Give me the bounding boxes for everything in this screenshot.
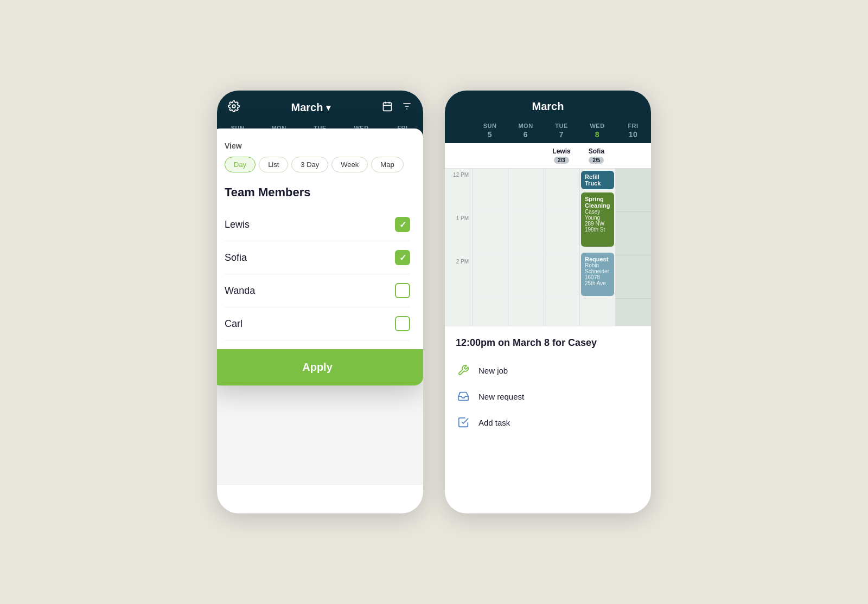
right-header: March [445, 91, 651, 120]
apply-button[interactable]: Apply [217, 349, 423, 385]
member-lewis[interactable]: Lewis ✓ [225, 208, 410, 241]
new-job-label: New job [478, 366, 508, 375]
r-day-fri[interactable]: FRI10 [615, 123, 651, 139]
svg-rect-1 [384, 102, 392, 111]
action-section: 12:00pm on March 8 for Casey New job New… [445, 326, 651, 448]
r-col-fri [615, 169, 651, 326]
r-col-sun [472, 169, 508, 326]
calendar-icon[interactable] [382, 101, 393, 114]
sofia-checkbox[interactable]: ✓ [395, 250, 410, 265]
tab-week[interactable]: Week [331, 157, 368, 172]
r-col-mon [508, 169, 544, 326]
r-col-tue [544, 169, 579, 326]
main-scene: March ▾ [217, 91, 651, 513]
task-icon [456, 415, 471, 430]
right-week-row: SUN5 MON6 TUE7 WED8 FRI10 [445, 120, 651, 143]
header-actions [382, 101, 412, 114]
left-header: March ▾ [217, 91, 423, 123]
filter-modal: View Day List 3 Day Week Map Team Member… [217, 128, 423, 385]
new-request-label: New request [478, 392, 524, 401]
member-carl[interactable]: Carl [225, 307, 410, 340]
tab-list[interactable]: List [259, 157, 288, 172]
wanda-checkbox[interactable] [395, 283, 410, 298]
settings-icon[interactable] [228, 100, 240, 115]
wrench-icon [456, 363, 471, 378]
team-members-title: Team Members [225, 185, 410, 200]
r-team-sofia[interactable]: Sofia 2/5 [579, 147, 614, 164]
carl-checkbox[interactable] [395, 316, 410, 331]
r-col-wed: Refill Truck Spring Cleaning Casey Young… [579, 169, 615, 326]
new-request-item[interactable]: New request [456, 383, 640, 409]
r-event-request[interactable]: Request Robin Schneider 16078 25th Ave [581, 253, 614, 296]
add-task-item[interactable]: Add task [456, 409, 640, 435]
r-team-lewis[interactable]: Lewis 2/3 [544, 147, 579, 164]
right-team-row: Lewis 2/3 Sofia 2/5 [445, 143, 651, 169]
filter-icon[interactable] [401, 101, 412, 114]
right-cal-grid: 12 PM 1 PM 2 PM [445, 169, 651, 326]
r-event-refill[interactable]: Refill Truck [581, 171, 614, 189]
right-header-title: March [532, 100, 564, 113]
tab-3day[interactable]: 3 Day [291, 157, 328, 172]
lewis-checkbox[interactable]: ✓ [395, 217, 410, 232]
r-day-wed[interactable]: WED8 [579, 123, 615, 139]
view-label: View [225, 142, 410, 150]
member-wanda[interactable]: Wanda [225, 274, 410, 307]
add-task-label: Add task [478, 418, 510, 427]
svg-point-0 [232, 105, 235, 108]
new-job-item[interactable]: New job [456, 357, 640, 383]
tab-map[interactable]: Map [371, 157, 403, 172]
time-2pm: 2 PM [445, 255, 472, 299]
left-phone: March ▾ [217, 91, 423, 513]
inbox-icon [456, 389, 471, 404]
r-day-tue[interactable]: TUE7 [544, 123, 579, 139]
right-phone: March SUN5 MON6 TUE7 WED8 FRI10 Lewis 2/… [445, 91, 651, 513]
tab-day[interactable]: Day [225, 157, 256, 172]
action-title: 12:00pm on March 8 for Casey [456, 337, 640, 349]
member-sofia[interactable]: Sofia ✓ [225, 241, 410, 274]
view-tabs: Day List 3 Day Week Map [225, 157, 410, 172]
r-day-sun[interactable]: SUN5 [472, 123, 508, 139]
left-header-title: March ▾ [291, 101, 331, 114]
time-12pm: 12 PM [445, 169, 472, 212]
time-1pm: 1 PM [445, 212, 472, 255]
modal-card: View Day List 3 Day Week Map Team Member… [217, 128, 423, 385]
r-day-mon[interactable]: MON6 [508, 123, 544, 139]
r-event-spring[interactable]: Spring Cleaning Casey Young 289 NW 198th… [581, 192, 614, 247]
